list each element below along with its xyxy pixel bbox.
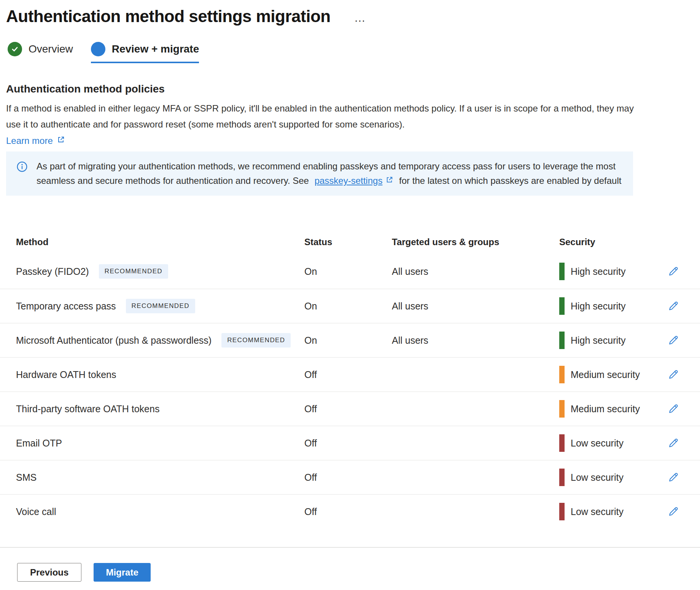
title-row: Authentication method settings migration… bbox=[0, 7, 700, 26]
section-description: If a method is enabled in either legacy … bbox=[6, 100, 645, 132]
security-level-bar bbox=[559, 263, 565, 280]
pencil-icon bbox=[667, 265, 679, 277]
learn-more-link[interactable]: Learn more bbox=[6, 136, 65, 146]
step-overview[interactable]: Overview bbox=[8, 42, 73, 62]
column-header-status: Status bbox=[304, 237, 392, 247]
previous-button[interactable]: Previous bbox=[17, 563, 81, 582]
method-cell: Passkey (FIDO2) RECOMMENDED bbox=[16, 264, 304, 279]
method-cell: Hardware OATH tokens bbox=[16, 369, 304, 380]
edit-method-button[interactable] bbox=[666, 504, 681, 519]
method-targeted-users: All users bbox=[392, 301, 559, 312]
method-name: Voice call bbox=[16, 506, 56, 517]
passkey-settings-link[interactable]: passkey-settings bbox=[315, 174, 394, 188]
pencil-icon bbox=[667, 437, 679, 449]
security-level-bar bbox=[559, 297, 565, 315]
banner-text-after: for the latest on which passkeys are ena… bbox=[399, 175, 621, 186]
edit-method-button[interactable] bbox=[666, 401, 681, 416]
method-name: Microsoft Authenticator (push & password… bbox=[16, 335, 212, 346]
security-cell: High security bbox=[559, 332, 654, 349]
edit-cell bbox=[654, 470, 692, 485]
security-label: Medium security bbox=[571, 403, 640, 415]
method-name: Hardware OATH tokens bbox=[16, 369, 116, 380]
recommended-badge: RECOMMENDED bbox=[126, 299, 195, 313]
table-row: SMS Off Low security bbox=[0, 460, 700, 494]
auth-methods-table: Method Status Targeted users & groups Se… bbox=[0, 230, 700, 528]
method-status: Off bbox=[304, 438, 392, 449]
security-label: Low security bbox=[571, 506, 624, 517]
more-options-button[interactable]: … bbox=[352, 7, 369, 24]
method-status: On bbox=[304, 266, 392, 277]
method-targeted-users: All users bbox=[392, 335, 559, 346]
security-label: Low security bbox=[571, 438, 624, 449]
column-header-method: Method bbox=[16, 237, 304, 247]
column-header-security: Security bbox=[559, 237, 654, 247]
method-name: Temporary access pass bbox=[16, 301, 116, 312]
security-level-bar bbox=[559, 332, 565, 349]
edit-cell bbox=[654, 401, 692, 416]
pencil-icon bbox=[667, 334, 679, 346]
method-cell: Microsoft Authenticator (push & password… bbox=[16, 333, 304, 348]
wizard-steps: Overview Review + migrate bbox=[8, 42, 700, 63]
method-status: Off bbox=[304, 403, 392, 415]
security-level-bar bbox=[559, 469, 565, 486]
table-body: Passkey (FIDO2) RECOMMENDED On All users… bbox=[0, 254, 700, 528]
edit-cell bbox=[654, 264, 692, 279]
method-status: On bbox=[304, 301, 392, 312]
pencil-icon bbox=[667, 505, 679, 518]
security-level-bar bbox=[559, 400, 565, 418]
method-cell: Third-party software OATH tokens bbox=[16, 403, 304, 415]
security-label: High security bbox=[571, 301, 626, 312]
table-row: Passkey (FIDO2) RECOMMENDED On All users… bbox=[0, 254, 700, 289]
table-row: Hardware OATH tokens Off Medium security bbox=[0, 357, 700, 391]
edit-cell bbox=[654, 435, 692, 451]
passkey-settings-label: passkey-settings bbox=[315, 174, 383, 188]
security-label: Low security bbox=[571, 472, 624, 483]
step-overview-label: Overview bbox=[29, 43, 73, 55]
security-cell: High security bbox=[559, 263, 654, 280]
edit-cell bbox=[654, 333, 692, 348]
edit-method-button[interactable] bbox=[666, 367, 681, 382]
security-cell: Low security bbox=[559, 469, 654, 486]
edit-method-button[interactable] bbox=[666, 298, 681, 314]
method-name: Third-party software OATH tokens bbox=[16, 403, 159, 415]
info-banner-text: As part of migrating your authentication… bbox=[37, 159, 622, 188]
step-review-migrate[interactable]: Review + migrate bbox=[91, 42, 199, 63]
security-cell: Low security bbox=[559, 434, 654, 452]
table-row: Email OTP Off Low security bbox=[0, 426, 700, 460]
security-level-bar bbox=[559, 434, 565, 452]
edit-cell bbox=[654, 298, 692, 314]
security-cell: Low security bbox=[559, 503, 654, 520]
edit-cell bbox=[654, 367, 692, 382]
edit-method-button[interactable] bbox=[666, 333, 681, 348]
table-row: Voice call Off Low security bbox=[0, 494, 700, 528]
method-cell: Temporary access pass RECOMMENDED bbox=[16, 299, 304, 313]
column-header-targeted: Targeted users & groups bbox=[392, 237, 559, 247]
pencil-icon bbox=[667, 368, 679, 381]
edit-method-button[interactable] bbox=[666, 470, 681, 485]
table-header: Method Status Targeted users & groups Se… bbox=[0, 230, 700, 254]
security-level-bar bbox=[559, 503, 565, 520]
edit-method-button[interactable] bbox=[666, 264, 681, 279]
section-heading: Authentication method policies bbox=[6, 83, 700, 95]
external-link-icon bbox=[57, 136, 65, 146]
security-level-bar bbox=[559, 366, 565, 383]
footer-divider bbox=[0, 547, 700, 548]
page-title: Authentication method settings migration bbox=[6, 7, 331, 26]
pencil-icon bbox=[667, 403, 679, 415]
table-row: Temporary access pass RECOMMENDED On All… bbox=[0, 289, 700, 323]
security-cell: Medium security bbox=[559, 366, 654, 383]
edit-cell bbox=[654, 504, 692, 519]
step-current-dot-icon bbox=[91, 42, 105, 56]
method-name: SMS bbox=[16, 472, 37, 483]
security-label: High security bbox=[571, 335, 626, 346]
method-name: Email OTP bbox=[16, 438, 62, 449]
recommended-badge: RECOMMENDED bbox=[221, 333, 291, 348]
security-cell: High security bbox=[559, 297, 654, 315]
migrate-button[interactable]: Migrate bbox=[94, 563, 150, 582]
info-icon bbox=[16, 161, 28, 174]
step-complete-check-icon bbox=[8, 42, 22, 56]
step-review-migrate-label: Review + migrate bbox=[112, 43, 199, 55]
edit-method-button[interactable] bbox=[666, 435, 681, 451]
method-cell: Voice call bbox=[16, 506, 304, 517]
security-cell: Medium security bbox=[559, 400, 654, 418]
